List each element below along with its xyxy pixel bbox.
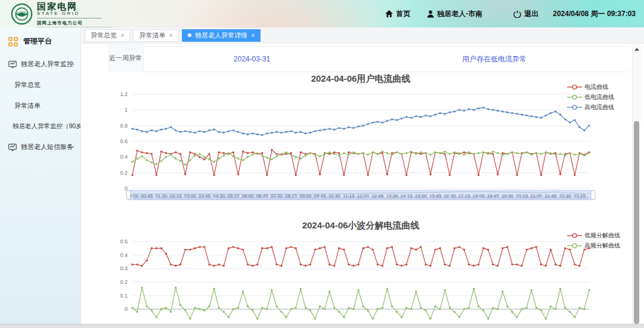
legend-item[interactable]: 高频分解曲线 <box>567 242 620 250</box>
logout-label: 退出 <box>524 9 538 19</box>
logout-button[interactable]: 退出 <box>513 9 538 19</box>
user-menu[interactable]: 独居老人-市南 <box>427 9 482 19</box>
tab-label: 异常总览 <box>91 31 117 40</box>
sidebar-item-elderly-anomaly-monitor-90plus[interactable]: 独居老人异常监控（90岁以上） <box>0 116 80 137</box>
sidebar-item-elderly-anomaly-monitor[interactable]: 独居老人异常监控 <box>0 54 80 75</box>
home-button[interactable]: 首页 <box>385 9 410 19</box>
tab-label: 异常清单 <box>139 31 165 40</box>
legend-item[interactable]: 低频分解曲线 <box>567 231 620 240</box>
app-header: 国家电网 STATE GRID 国网上海市电力公司 STATE GRID SHA… <box>0 0 644 27</box>
sidebar-item-elderly-sms-service[interactable]: 独居老人短信服务 <box>0 137 80 157</box>
chart2-legend: 低频分解曲线高频分解曲线 <box>567 231 620 250</box>
state-grid-emblem-icon <box>11 3 33 25</box>
legend-marker-icon <box>567 104 582 110</box>
datetime-display: 2024/04/08 周一 09:37:03 <box>553 9 636 19</box>
legend-item[interactable]: 高电流曲线 <box>567 103 614 112</box>
anomaly-message-link[interactable]: 用户存在低电流异常 <box>360 47 628 72</box>
sidebar-item-label: 独居老人短信服务 <box>21 143 73 151</box>
vertical-scrollbar-thumb[interactable] <box>634 121 639 324</box>
sidebar-item-anomaly-overview[interactable]: 异常总览 <box>0 75 80 95</box>
scroll-up-arrow-icon[interactable] <box>634 48 639 51</box>
chart1-legend: 电流曲线低电流曲线高电流曲线 <box>567 83 614 112</box>
tab-label: 独居老人异常详情 <box>195 31 247 40</box>
close-icon[interactable]: × <box>169 32 172 39</box>
anomaly-date-link[interactable]: 2024-03-31 <box>144 47 360 72</box>
platform-title: 管理平台 <box>23 36 52 47</box>
tab-elderly-anomaly-detail[interactable]: 独居老人异常详情 × <box>182 29 261 42</box>
company-name: 国网上海市电力公司 <box>37 20 122 26</box>
chart1-title: 2024-04-06用户电流曲线 <box>132 73 589 85</box>
legend-marker-icon <box>567 84 582 90</box>
state-grid-logo: 国家电网 STATE GRID 国网上海市电力公司 STATE GRID SHA… <box>11 2 122 29</box>
close-icon[interactable]: × <box>251 32 255 39</box>
sidebar-item-label: 独居老人异常监控（90岁以上） <box>13 122 80 131</box>
legend-item[interactable]: 电流曲线 <box>567 83 614 91</box>
close-icon[interactable]: × <box>120 32 124 39</box>
monitor-board-icon <box>8 61 17 68</box>
sidebar-item-label: 独居老人异常监控 <box>21 60 73 69</box>
tab-anomaly-overview[interactable]: 异常总览 × <box>85 29 130 42</box>
home-icon <box>385 10 393 17</box>
tab-bar: 异常总览 × 异常清单 × 独居老人异常详情 × <box>82 27 644 44</box>
user-icon <box>427 10 434 18</box>
logo-title: 国家电网 <box>37 2 122 11</box>
table-border <box>144 72 628 72</box>
home-label: 首页 <box>396 9 410 19</box>
grid-icon <box>8 37 18 47</box>
sidebar-item-label: 异常总览 <box>14 81 41 89</box>
monitor-board-icon <box>8 144 17 151</box>
sidebar-item-anomaly-list[interactable]: 异常清单 <box>0 95 80 116</box>
legend-marker-icon <box>567 233 582 239</box>
legend-marker-icon <box>567 243 582 249</box>
legend-item[interactable]: 低电流曲线 <box>567 93 614 101</box>
legend-marker-icon <box>567 94 582 100</box>
main-content <box>82 44 632 324</box>
platform-header: 管理平台 <box>0 27 80 54</box>
sidebar-nav: 管理平台 独居老人异常监控 异常总览 异常清单 独居老人异常监控（90岁以上） <box>0 27 81 324</box>
horizontal-scrollbar[interactable] <box>0 324 644 328</box>
recent-anomaly-row-label: 近一周异常 <box>108 44 144 72</box>
logo-subtitle: STATE GRID <box>37 11 101 18</box>
chart2-title: 2024-04-06小波分解电流曲线 <box>132 220 589 231</box>
chevron-up-icon <box>70 63 75 66</box>
user-name: 独居老人-市南 <box>437 9 482 19</box>
chevron-down-icon <box>70 146 75 148</box>
power-icon <box>513 10 521 18</box>
sidebar-item-label: 异常清单 <box>14 101 41 110</box>
tab-anomaly-list[interactable]: 异常清单 × <box>133 29 178 42</box>
active-dot-icon <box>188 33 191 37</box>
